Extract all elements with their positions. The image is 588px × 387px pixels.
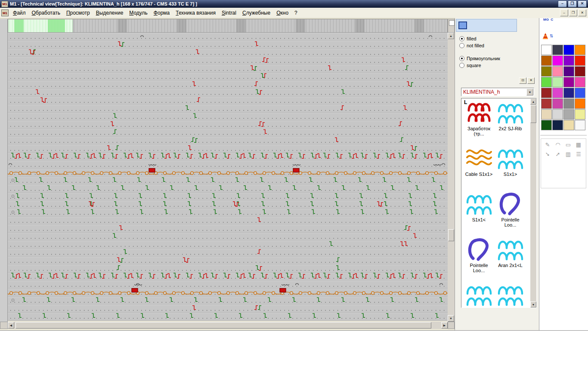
palette-color[interactable]	[563, 109, 574, 120]
palette-color[interactable]	[541, 109, 552, 120]
m1-child-icon[interactable]: M1	[1, 9, 9, 16]
palette-color[interactable]	[541, 45, 552, 55]
scroll-left-button[interactable]: ◀	[8, 322, 14, 329]
palette-color[interactable]	[541, 66, 552, 77]
palette-color[interactable]	[575, 77, 585, 87]
palette-color[interactable]	[552, 55, 563, 66]
palette-color[interactable]	[563, 45, 574, 55]
palette-color[interactable]	[552, 77, 563, 87]
radio-not-filled[interactable]: not filled	[459, 43, 484, 48]
combo-dropdown-button[interactable]: ▼	[526, 89, 533, 95]
module-scroll-up-button[interactable]: ▲	[530, 98, 536, 104]
module-item[interactable]: S1x1<	[463, 191, 495, 236]
palette-color[interactable]	[575, 55, 585, 66]
child-restore-button[interactable]: ❐	[569, 9, 577, 16]
vertical-scroll-thumb[interactable]	[448, 229, 454, 241]
palette-color[interactable]	[552, 109, 563, 120]
rows-tool-icon[interactable]: ☰	[573, 150, 584, 159]
palette-color[interactable]	[563, 88, 574, 98]
radio-filled[interactable]: filled	[459, 36, 477, 41]
palette-color[interactable]	[552, 98, 563, 109]
radio-not-filled-dot[interactable]	[459, 43, 464, 48]
palette-color[interactable]	[575, 66, 585, 77]
module-thumbnail[interactable]	[466, 237, 492, 261]
module-thumbnail[interactable]	[466, 283, 492, 307]
palette-color[interactable]	[552, 45, 563, 55]
module-scroll-thumb[interactable]	[530, 105, 536, 123]
menu-item[interactable]: Sintral	[219, 9, 239, 17]
fill-color-swatch[interactable]	[458, 22, 467, 29]
palette-color[interactable]	[552, 88, 563, 98]
palette-color[interactable]	[563, 77, 574, 87]
palette-color[interactable]	[552, 120, 563, 130]
arrow-up-tool-icon[interactable]: ➚	[553, 150, 563, 159]
palette-color[interactable]	[541, 55, 552, 66]
module-item[interactable]	[463, 283, 495, 308]
menu-item[interactable]: Окно	[273, 9, 291, 17]
module-list[interactable]: L Заработок (тр...2x2 SJ-RibCable S1x1>S…	[461, 98, 537, 308]
pen-tool-icon[interactable]: ✎	[542, 140, 553, 150]
radio-square[interactable]: square	[459, 63, 481, 68]
yarn-cone-arrows-icon[interactable]: ⇅	[542, 33, 553, 39]
module-item[interactable]: Pointelle Loo...	[495, 191, 526, 236]
palette-color[interactable]	[541, 77, 552, 87]
menu-item[interactable]: Обработать	[29, 9, 63, 17]
minimize-button[interactable]: –	[558, 0, 567, 7]
menu-item[interactable]: Модуль	[126, 9, 151, 17]
curve-tool-icon[interactable]: ◠	[553, 140, 563, 150]
menu-item[interactable]: Просмотр	[63, 9, 93, 17]
menu-item[interactable]: Файл	[10, 9, 29, 17]
module-item[interactable]: 2x2 SJ-Rib	[495, 100, 526, 145]
module-thumbnail[interactable]	[498, 237, 523, 261]
horizontal-scrollbar[interactable]: ◀ ▶	[8, 322, 448, 329]
module-item[interactable]: Pointelle Loo...	[463, 237, 495, 282]
module-thumbnail[interactable]	[498, 146, 523, 170]
module-thumbnail[interactable]	[498, 191, 523, 215]
palette-color[interactable]	[541, 120, 552, 130]
menu-item[interactable]: Техника вязания	[173, 9, 219, 17]
module-item[interactable]: S1x1>	[495, 146, 526, 190]
knitting-pattern-canvas[interactable]	[8, 33, 448, 321]
palette-color[interactable]	[575, 88, 585, 98]
module-thumbnail[interactable]	[466, 100, 492, 124]
close-button[interactable]: ✕	[578, 0, 587, 7]
palette-color[interactable]	[552, 66, 563, 77]
child-minimize-button[interactable]: –	[560, 9, 568, 16]
needle-selection-strip[interactable]	[8, 19, 73, 32]
scroll-up-button[interactable]: ▲	[448, 33, 454, 39]
palette-color[interactable]	[575, 45, 585, 55]
module-item[interactable]: Aran 2x1<L	[495, 237, 526, 282]
panel-dock-button[interactable]: ⊡	[519, 77, 526, 84]
radio-filled-dot[interactable]	[459, 36, 464, 41]
palette-color[interactable]	[563, 55, 574, 66]
title-bar[interactable]: M1 M1 - [Technical view[Technique]: KLIM…	[0, 0, 588, 8]
module-thumbnail[interactable]	[466, 146, 492, 170]
child-close-button[interactable]: ✕	[578, 9, 586, 16]
module-thumbnail[interactable]	[498, 100, 523, 124]
module-item[interactable]: Cable S1x1>	[463, 146, 495, 190]
scroll-down-button[interactable]: ▼	[448, 315, 454, 322]
module-group-selector[interactable]: KLIMENTINA_h ▼	[461, 88, 534, 96]
grid-tool-icon[interactable]: ▦	[573, 140, 584, 150]
radio-rectangle[interactable]: Прямоугольник	[459, 56, 500, 61]
palette-color[interactable]	[575, 120, 585, 130]
horizontal-scroll-thumb[interactable]	[15, 322, 431, 329]
module-thumbnail[interactable]	[466, 191, 492, 215]
menu-item[interactable]: ?	[291, 9, 300, 17]
radio-rectangle-dot[interactable]	[459, 56, 464, 61]
arrow-down-tool-icon[interactable]: ➘	[542, 150, 553, 159]
palette-color[interactable]	[563, 66, 574, 77]
scroll-right-button[interactable]: ▶	[441, 322, 448, 329]
hatch-tool-icon[interactable]: ▥	[563, 150, 573, 159]
panel-close-button[interactable]: ✕	[527, 77, 535, 84]
palette-color[interactable]	[563, 98, 574, 109]
rect-tool-icon[interactable]: ▭	[563, 140, 573, 150]
vertical-scrollbar[interactable]: ▲ ▼	[448, 33, 455, 322]
palette-color[interactable]	[575, 98, 585, 109]
module-list-scrollbar[interactable]: ▲ ▼	[530, 98, 536, 307]
menu-item[interactable]: Служебные	[239, 9, 273, 17]
module-item[interactable]: Заработок (тр...	[463, 100, 495, 145]
needle-ruler[interactable]	[8, 19, 448, 33]
palette-color[interactable]	[563, 120, 574, 130]
menu-item[interactable]: Форма	[151, 9, 173, 17]
